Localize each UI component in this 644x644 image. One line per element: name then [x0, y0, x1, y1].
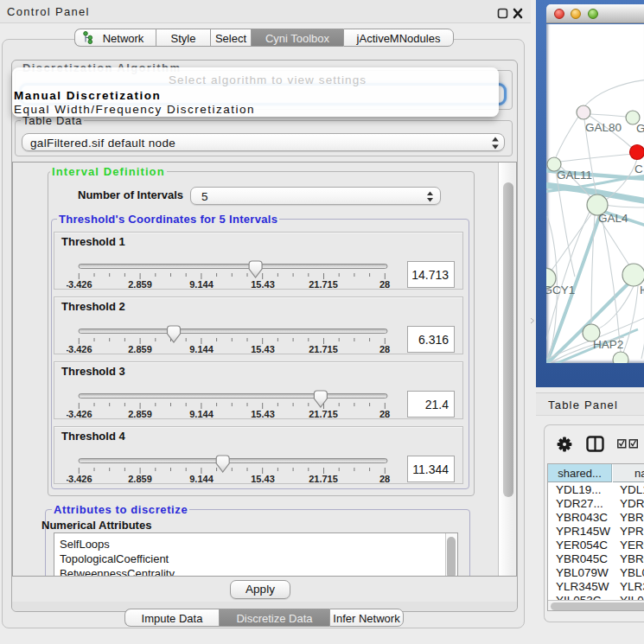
svg-text:15.43: 15.43	[251, 279, 275, 290]
svg-text:28: 28	[379, 279, 390, 290]
svg-text:-3.426: -3.426	[67, 279, 92, 290]
svg-text:GA: GA	[636, 122, 644, 135]
svg-text:GCY1: GCY1	[546, 284, 575, 296]
svg-text:GAL80: GAL80	[585, 121, 622, 134]
svg-text:9.144: 9.144	[189, 279, 214, 290]
svg-text:GAL11: GAL11	[557, 169, 592, 182]
svg-text:C: C	[634, 163, 643, 175]
svg-text:HAP2: HAP2	[593, 338, 623, 351]
svg-text:H: H	[640, 284, 644, 296]
svg-text:GAL4: GAL4	[598, 212, 628, 225]
svg-text:21.715: 21.715	[309, 279, 338, 290]
svg-text:2.859: 2.859	[128, 279, 152, 290]
